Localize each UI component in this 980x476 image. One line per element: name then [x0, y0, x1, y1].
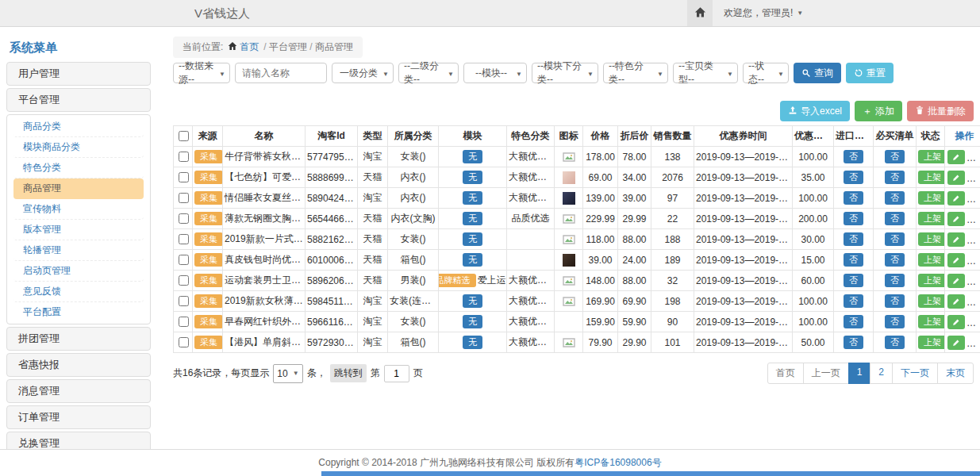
status-badge[interactable]: 上架 — [918, 253, 945, 267]
sidebar-item-轮播管理[interactable]: 轮播管理 — [13, 240, 144, 261]
breadcrumb-item[interactable]: 商品管理 — [315, 41, 353, 52]
must-buy-badge[interactable]: 否 — [885, 191, 905, 205]
must-buy-badge[interactable]: 否 — [885, 232, 905, 246]
source-badge[interactable]: 采集 — [194, 191, 223, 205]
edit-button[interactable] — [947, 171, 965, 185]
must-buy-badge[interactable]: 否 — [885, 150, 905, 163]
must-buy-badge[interactable]: 否 — [885, 171, 905, 184]
search-button[interactable]: 查询 — [794, 63, 841, 83]
import-choice-badge[interactable]: 否 — [844, 294, 863, 308]
breadcrumb-item[interactable]: 平台管理 — [269, 41, 307, 52]
import-choice-badge[interactable]: 否 — [844, 150, 863, 163]
sidebar-item-宣传物料[interactable]: 宣传物料 — [13, 199, 144, 220]
horizontal-scrollbar[interactable] — [321, 471, 980, 476]
filter-select-data-source[interactable]: --数据来源--▼ — [173, 63, 230, 83]
row-checkbox[interactable] — [179, 172, 189, 182]
edit-button[interactable] — [947, 232, 965, 247]
source-badge[interactable]: 采集 — [194, 171, 223, 184]
must-buy-badge[interactable]: 否 — [885, 315, 905, 328]
status-badge[interactable]: 上架 — [918, 191, 945, 205]
row-checkbox[interactable] — [179, 234, 189, 244]
sidebar-item-商品管理[interactable]: 商品管理 — [13, 178, 144, 199]
import-choice-badge[interactable]: 否 — [844, 212, 863, 225]
add-button[interactable]: ＋添加 — [855, 101, 902, 121]
filter-select-status[interactable]: --状态--▼ — [743, 63, 789, 83]
sidebar-item-平台配置[interactable]: 平台配置 — [13, 302, 144, 322]
row-checkbox[interactable] — [179, 193, 189, 203]
import-choice-badge[interactable]: 否 — [844, 315, 863, 328]
module-none-badge[interactable]: 无 — [463, 150, 482, 163]
module-none-badge[interactable]: 无 — [463, 336, 482, 349]
page-button-上一页[interactable]: 上一页 — [803, 363, 849, 384]
row-checkbox[interactable] — [179, 213, 189, 224]
edit-button[interactable] — [947, 191, 965, 205]
module-none-badge[interactable]: 无 — [463, 191, 482, 205]
row-checkbox[interactable] — [179, 337, 189, 347]
page-button-末页[interactable]: 末页 — [937, 363, 974, 384]
status-badge[interactable]: 上架 — [918, 294, 945, 308]
module-none-badge[interactable]: 无 — [463, 171, 482, 184]
filter-select-level2-category[interactable]: --二级分类--▼ — [398, 63, 459, 83]
source-badge[interactable]: 采集 — [194, 150, 223, 163]
source-badge[interactable]: 采集 — [194, 336, 223, 349]
import-excel-button[interactable]: 导入excel — [780, 101, 850, 121]
sidebar-group-拼团管理[interactable]: 拼团管理 — [6, 327, 151, 351]
status-badge[interactable]: 上架 — [918, 232, 945, 246]
page-button-下一页[interactable]: 下一页 — [892, 363, 938, 384]
sidebar-item-商品分类[interactable]: 商品分类 — [13, 117, 144, 137]
sidebar-item-版本管理[interactable]: 版本管理 — [13, 220, 144, 240]
batch-delete-button[interactable]: 批量删除 — [907, 101, 974, 121]
source-badge[interactable]: 采集 — [194, 274, 223, 287]
import-choice-badge[interactable]: 否 — [844, 253, 863, 267]
edit-button[interactable] — [947, 294, 965, 309]
sidebar-group-消息管理[interactable]: 消息管理 — [6, 379, 151, 403]
filter-select-module-sub-category[interactable]: --模块下分类--▼ — [532, 63, 598, 83]
page-button-2[interactable]: 2 — [870, 363, 893, 384]
source-badge[interactable]: 采集 — [194, 294, 223, 308]
user-menu[interactable]: 欢迎您，管理员! ▼ — [724, 6, 803, 20]
must-buy-badge[interactable]: 否 — [885, 274, 905, 287]
edit-button[interactable] — [947, 212, 965, 226]
name-search-input[interactable] — [235, 63, 327, 83]
must-buy-badge[interactable]: 否 — [885, 336, 905, 349]
status-badge[interactable]: 上架 — [918, 150, 945, 163]
select-all-checkbox[interactable] — [179, 131, 189, 141]
jump-button[interactable]: 跳转到 — [330, 364, 367, 382]
import-choice-badge[interactable]: 否 — [844, 336, 863, 349]
source-badge[interactable]: 采集 — [194, 212, 223, 225]
import-choice-badge[interactable]: 否 — [844, 274, 863, 287]
home-button[interactable] — [687, 0, 713, 26]
page-button-1[interactable]: 1 — [848, 363, 871, 384]
row-checkbox[interactable] — [179, 152, 189, 162]
row-checkbox[interactable] — [179, 317, 189, 327]
module-badge[interactable]: 品牌精选 — [439, 274, 476, 287]
filter-select-item-type[interactable]: --宝贝类型--▼ — [673, 63, 738, 83]
sidebar-group-平台管理[interactable]: 平台管理 — [6, 88, 151, 112]
must-buy-badge[interactable]: 否 — [885, 294, 905, 308]
source-badge[interactable]: 采集 — [194, 315, 223, 328]
status-badge[interactable]: 上架 — [918, 274, 945, 287]
status-badge[interactable]: 上架 — [918, 212, 945, 225]
sidebar-item-模块商品分类[interactable]: 模块商品分类 — [13, 137, 144, 158]
reset-button[interactable]: 重置 — [846, 63, 894, 83]
filter-select-module[interactable]: --模块--▼ — [463, 63, 527, 83]
row-checkbox[interactable] — [179, 275, 189, 286]
source-badge[interactable]: 采集 — [194, 253, 223, 267]
jump-page-input[interactable] — [384, 365, 409, 382]
page-button-首页[interactable]: 首页 — [767, 363, 804, 384]
sidebar-item-意见反馈[interactable]: 意见反馈 — [13, 282, 144, 302]
status-badge[interactable]: 上架 — [918, 336, 945, 349]
must-buy-badge[interactable]: 否 — [885, 212, 905, 225]
row-checkbox[interactable] — [179, 296, 189, 306]
edit-button[interactable] — [947, 315, 965, 329]
import-choice-badge[interactable]: 否 — [844, 191, 863, 205]
must-buy-badge[interactable]: 否 — [885, 253, 905, 267]
filter-select-level1-category[interactable]: 一级分类▼ — [332, 63, 394, 83]
module-none-badge[interactable]: 无 — [463, 294, 482, 308]
module-none-badge[interactable]: 无 — [463, 232, 482, 246]
status-badge[interactable]: 上架 — [918, 171, 945, 184]
edit-button[interactable] — [947, 336, 965, 350]
sidebar-group-订单管理[interactable]: 订单管理 — [6, 405, 151, 429]
sidebar-item-特色分类[interactable]: 特色分类 — [13, 158, 144, 178]
icp-link[interactable]: 粤ICP备16098006号 — [575, 456, 661, 470]
